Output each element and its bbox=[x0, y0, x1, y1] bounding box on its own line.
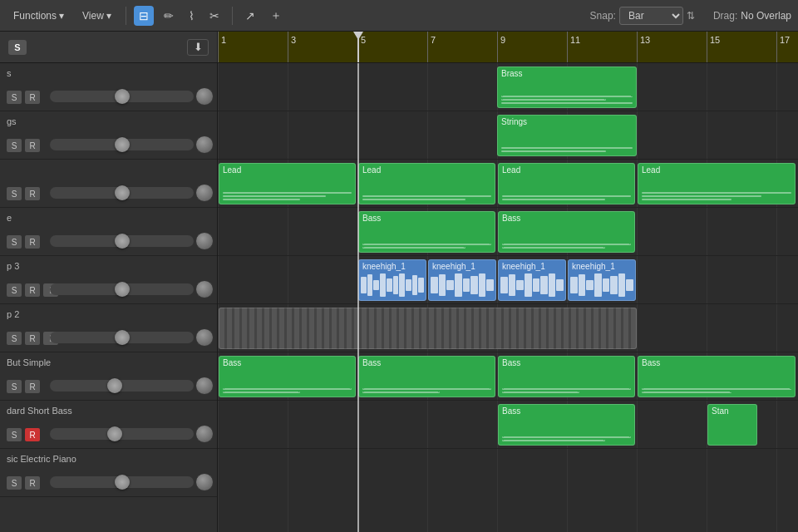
clip-bass-b3-label: Bass bbox=[499, 357, 524, 369]
track7-r-btn[interactable]: R bbox=[25, 380, 40, 393]
track6-thumb[interactable] bbox=[115, 330, 130, 345]
snap-select[interactable]: Bar Beat Division bbox=[619, 7, 683, 25]
track2-slider[interactable] bbox=[50, 139, 194, 150]
track5-knob[interactable] bbox=[195, 280, 214, 298]
track1-controls: S R bbox=[7, 91, 40, 104]
track2-thumb[interactable] bbox=[115, 137, 130, 152]
track3-controls: S R bbox=[7, 187, 40, 200]
clip-bassc1-lines bbox=[502, 436, 631, 441]
track8-thumb[interactable] bbox=[107, 426, 122, 441]
track-row-0: Brass bbox=[218, 63, 798, 111]
track5-r-btn[interactable]: R bbox=[25, 283, 40, 297]
track-headers: S ⬇ s S R gs S R bbox=[0, 32, 218, 532]
track5-slider[interactable] bbox=[50, 283, 194, 295]
clip-bass-b3[interactable]: Bass bbox=[498, 356, 635, 397]
track-row-5 bbox=[218, 304, 798, 352]
functions-menu[interactable]: Functions ▾ bbox=[7, 7, 71, 25]
clip-stan[interactable]: Stan bbox=[707, 404, 757, 446]
clip-bass-c1[interactable]: Bass bbox=[498, 404, 635, 446]
clip-bass1[interactable]: Bass bbox=[358, 211, 495, 253]
main-area: S ⬇ s S R gs S R bbox=[0, 32, 798, 532]
clip-bass1-lines bbox=[362, 244, 491, 249]
track9-slider[interactable] bbox=[50, 476, 194, 488]
track8-slider[interactable] bbox=[50, 428, 194, 440]
track3-s-btn[interactable]: S bbox=[7, 187, 22, 200]
track3-knob[interactable] bbox=[195, 184, 214, 202]
clip-striped[interactable] bbox=[219, 308, 637, 349]
clip-kh3-waveform bbox=[500, 272, 564, 298]
separator1 bbox=[126, 7, 126, 25]
track6-s-btn[interactable]: S bbox=[7, 332, 22, 345]
track2-knob[interactable] bbox=[195, 135, 214, 154]
track7-knob[interactable] bbox=[195, 377, 214, 395]
view-chevron: ▾ bbox=[106, 10, 111, 22]
clip-kh2[interactable]: kneehigh_1 bbox=[428, 259, 496, 301]
track3-thumb[interactable] bbox=[115, 185, 130, 200]
track1-slider[interactable] bbox=[50, 91, 194, 102]
clip-kh4[interactable]: kneehigh_1 bbox=[568, 259, 636, 301]
track7-thumb[interactable] bbox=[107, 378, 122, 393]
track8-s-btn[interactable]: S bbox=[7, 428, 22, 441]
clip-kh1[interactable]: kneehigh_1 bbox=[358, 259, 426, 301]
track2-s-btn[interactable]: S bbox=[7, 139, 22, 152]
track4-thumb[interactable] bbox=[115, 234, 130, 249]
track7-controls: S R bbox=[7, 380, 40, 393]
track9-s-btn[interactable]: S bbox=[7, 476, 22, 490]
track1-knob[interactable] bbox=[195, 87, 214, 106]
clip-lead4[interactable]: Lead bbox=[638, 163, 796, 204]
global-s-button[interactable]: S bbox=[8, 40, 27, 55]
track5-thumb[interactable] bbox=[115, 282, 130, 297]
tool-rubber[interactable]: ⌇ bbox=[184, 6, 200, 26]
track3-slider[interactable] bbox=[50, 187, 194, 199]
track6-r-btn[interactable]: R bbox=[25, 332, 40, 345]
clip-strings[interactable]: Strings bbox=[497, 115, 637, 156]
track8-r-btn[interactable]: R bbox=[25, 428, 40, 441]
track2-controls: S R bbox=[7, 139, 40, 152]
tool-scissors[interactable]: ✂ bbox=[204, 6, 224, 26]
track6-knob[interactable] bbox=[195, 328, 214, 347]
track9-r-btn[interactable]: R bbox=[25, 476, 40, 490]
clip-brass[interactable]: Brass bbox=[497, 66, 637, 108]
view-menu[interactable]: View ▾ bbox=[76, 7, 118, 25]
tool-plus[interactable]: ＋ bbox=[265, 5, 287, 27]
clip-kh4-label: kneehigh_1 bbox=[569, 260, 618, 273]
clip-lead3[interactable]: Lead bbox=[498, 163, 635, 204]
track2-r-btn[interactable]: R bbox=[25, 139, 40, 152]
download-button[interactable]: ⬇ bbox=[187, 39, 209, 56]
track4-name: e bbox=[7, 213, 12, 223]
track-header-5: p 3 S R I bbox=[0, 256, 217, 304]
track4-slider[interactable] bbox=[50, 235, 194, 247]
tool-pointer[interactable]: ↗ bbox=[240, 6, 260, 26]
tool-select[interactable]: ⊟ bbox=[134, 6, 154, 26]
track9-thumb[interactable] bbox=[115, 475, 130, 490]
clip-bass-b2[interactable]: Bass bbox=[358, 356, 495, 397]
track1-r-btn[interactable]: R bbox=[25, 91, 40, 104]
clip-bass2[interactable]: Bass bbox=[498, 211, 635, 253]
track9-knob[interactable] bbox=[195, 473, 214, 491]
wb9 bbox=[412, 275, 418, 295]
track4-r-btn[interactable]: R bbox=[25, 235, 40, 249]
clip-lead4-lines bbox=[642, 192, 791, 200]
clip-lead1[interactable]: Lead bbox=[219, 163, 356, 204]
track3-r-btn[interactable]: R bbox=[25, 187, 40, 200]
track8-knob[interactable] bbox=[195, 425, 214, 443]
track7-s-btn[interactable]: S bbox=[7, 380, 22, 393]
arrangement: 1 3 5 7 9 11 13 15 17 bbox=[218, 32, 798, 532]
track7-slider[interactable] bbox=[50, 380, 194, 392]
track5-s-btn[interactable]: S bbox=[7, 283, 22, 297]
bcl2 bbox=[502, 440, 605, 441]
track-header-7: But Simple S R bbox=[0, 352, 217, 401]
tool-pencil[interactable]: ✏ bbox=[159, 6, 179, 26]
track4-s-btn[interactable]: S bbox=[7, 235, 22, 249]
clip-kh3[interactable]: kneehigh_1 bbox=[498, 259, 566, 301]
clip-bass-b1[interactable]: Bass bbox=[219, 356, 356, 397]
clip-brass-lines bbox=[501, 96, 633, 104]
wb8 bbox=[406, 279, 411, 291]
track4-knob[interactable] bbox=[195, 232, 214, 250]
clip-bass-b4[interactable]: Bass bbox=[638, 356, 796, 397]
track6-slider[interactable] bbox=[50, 332, 194, 343]
clip-brass-label: Brass bbox=[498, 67, 526, 80]
track1-s-btn[interactable]: S bbox=[7, 91, 22, 104]
clip-lead2[interactable]: Lead bbox=[358, 163, 495, 204]
track1-thumb[interactable] bbox=[115, 89, 130, 104]
